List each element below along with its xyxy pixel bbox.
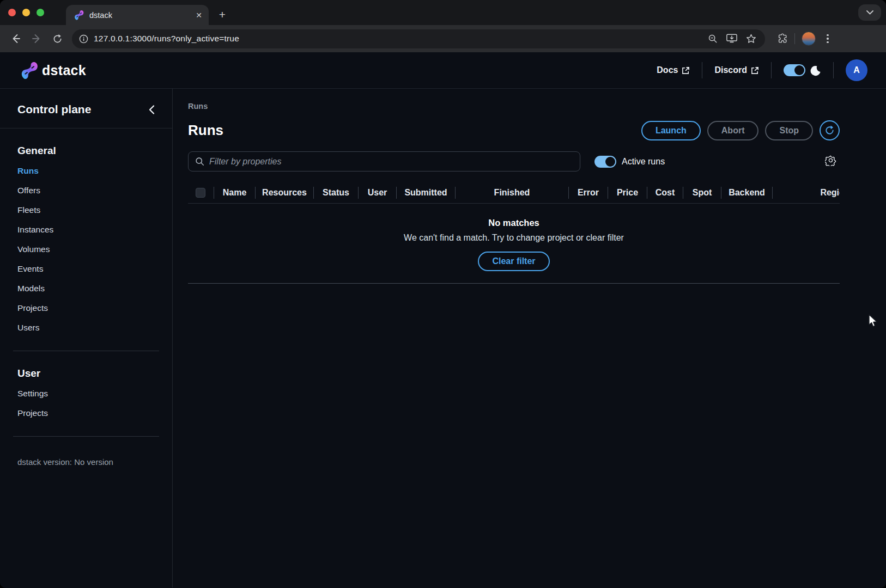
- sidebar-item-offers[interactable]: Offers: [17, 181, 155, 200]
- external-link-icon: [751, 66, 759, 75]
- moon-icon: [810, 65, 821, 76]
- version-text: dstack version: No version: [17, 457, 155, 467]
- zoom-icon[interactable]: [708, 34, 718, 44]
- sidebar-divider: [13, 351, 159, 351]
- column-header-status[interactable]: Status: [313, 187, 358, 199]
- sidebar-section-user: User: [17, 367, 155, 379]
- filter-input-box[interactable]: [188, 151, 580, 171]
- column-header-spot[interactable]: Spot: [683, 187, 721, 199]
- select-all-cell: [188, 187, 214, 199]
- discord-link[interactable]: Discord: [714, 65, 759, 75]
- chevron-down-icon: [866, 10, 873, 15]
- user-avatar[interactable]: A: [846, 59, 867, 81]
- sidebar-item-runs[interactable]: Runs: [17, 161, 155, 181]
- app-header: dstack Docs Discord A: [0, 52, 886, 89]
- theme-toggle-switch[interactable]: [784, 64, 805, 76]
- column-header-error[interactable]: Error: [568, 187, 608, 199]
- column-header-region[interactable]: Region: [772, 187, 840, 199]
- dstack-logo-icon: [20, 61, 38, 79]
- sidebar-title: Control plane: [17, 103, 91, 116]
- address-bar[interactable]: 127.0.0.1:3000/runs?only_active=true: [72, 29, 765, 48]
- active-runs-label: Active runs: [622, 157, 665, 167]
- browser-menu-button[interactable]: [822, 34, 833, 44]
- close-tab-icon[interactable]: ✕: [196, 11, 202, 20]
- sidebar-item-user-projects[interactable]: Projects: [17, 403, 155, 423]
- column-header-submitted[interactable]: Submitted: [396, 187, 455, 199]
- gear-icon: [825, 155, 836, 166]
- sidebar-item-volumes[interactable]: Volumes: [17, 240, 155, 259]
- collapse-sidebar-icon[interactable]: [149, 105, 155, 114]
- discord-label: Discord: [714, 65, 747, 75]
- sidebar-item-fleets[interactable]: Fleets: [17, 200, 155, 220]
- dstack-brand[interactable]: dstack: [20, 61, 86, 79]
- column-header-resources[interactable]: Resources: [255, 187, 313, 199]
- refresh-button[interactable]: [820, 120, 840, 140]
- column-header-backend[interactable]: Backend: [721, 187, 772, 199]
- header-divider: [771, 62, 772, 78]
- sidebar: Control plane General Runs Offers Fleets…: [0, 89, 173, 587]
- tab-title: dstack: [89, 11, 190, 20]
- filter-input[interactable]: [209, 157, 573, 167]
- dstack-favicon: [74, 10, 84, 20]
- select-all-checkbox[interactable]: [196, 188, 205, 198]
- runs-table-header: Name Resources Status User Submitted Fin…: [188, 182, 840, 204]
- docs-label: Docs: [657, 65, 678, 75]
- breadcrumb[interactable]: Runs: [188, 102, 840, 111]
- table-settings-button[interactable]: [825, 155, 836, 168]
- back-button[interactable]: [7, 29, 25, 48]
- docs-link[interactable]: Docs: [657, 65, 690, 75]
- header-divider: [833, 62, 834, 78]
- external-link-icon: [682, 66, 690, 75]
- window-controls: [0, 0, 54, 25]
- reload-button[interactable]: [48, 29, 66, 48]
- theme-toggle[interactable]: [784, 64, 821, 76]
- stop-button[interactable]: Stop: [765, 121, 813, 140]
- refresh-icon: [824, 125, 835, 136]
- empty-state-title: No matches: [188, 218, 840, 228]
- column-header-price[interactable]: Price: [608, 187, 647, 199]
- forward-button[interactable]: [27, 29, 46, 48]
- browser-profile-avatar[interactable]: [802, 32, 816, 46]
- mouse-cursor: [868, 314, 879, 330]
- active-runs-toggle-group: Active runs: [594, 156, 665, 168]
- header-divider: [702, 62, 702, 78]
- url-text[interactable]: 127.0.0.1:3000/runs?only_active=true: [94, 34, 702, 44]
- content-bottom-divider: [188, 283, 840, 284]
- sidebar-section-general: General: [17, 145, 155, 157]
- sidebar-divider: [13, 436, 159, 437]
- clear-filter-button[interactable]: Clear filter: [478, 252, 549, 271]
- sidebar-item-instances[interactable]: Instances: [17, 220, 155, 240]
- fullscreen-window-button[interactable]: [37, 9, 44, 16]
- bookmark-star-icon[interactable]: [746, 34, 756, 44]
- tab-search-button[interactable]: [858, 4, 881, 21]
- install-app-icon[interactable]: [726, 34, 737, 44]
- sidebar-item-users[interactable]: Users: [17, 318, 155, 338]
- minimize-window-button[interactable]: [22, 9, 30, 16]
- site-info-icon[interactable]: [79, 34, 88, 44]
- tab-strip: dstack ✕ +: [0, 0, 886, 25]
- brand-name: dstack: [42, 63, 86, 78]
- search-icon: [195, 157, 204, 166]
- run-actions: Launch Abort Stop: [641, 120, 840, 140]
- column-header-finished[interactable]: Finished: [455, 187, 568, 199]
- sidebar-item-events[interactable]: Events: [17, 259, 155, 279]
- sidebar-item-models[interactable]: Models: [17, 279, 155, 298]
- extensions-icon[interactable]: [777, 33, 788, 44]
- back-arrow-icon: [10, 33, 21, 44]
- sidebar-item-projects[interactable]: Projects: [17, 298, 155, 318]
- new-tab-button[interactable]: +: [214, 7, 230, 23]
- launch-button[interactable]: Launch: [641, 121, 701, 140]
- reload-icon: [52, 34, 63, 44]
- browser-tab[interactable]: dstack ✕: [66, 5, 209, 25]
- active-runs-toggle[interactable]: [594, 156, 616, 168]
- main-content: Runs Runs Launch Abort Stop: [173, 89, 886, 587]
- sidebar-item-settings[interactable]: Settings: [17, 384, 155, 403]
- abort-button[interactable]: Abort: [707, 121, 759, 140]
- forward-arrow-icon: [31, 33, 42, 44]
- column-header-cost[interactable]: Cost: [647, 187, 683, 199]
- empty-state: No matches We can't find a match. Try to…: [188, 204, 840, 271]
- browser-toolbar: 127.0.0.1:3000/runs?only_active=true: [0, 25, 886, 52]
- column-header-user[interactable]: User: [358, 187, 396, 199]
- column-header-name[interactable]: Name: [214, 187, 255, 199]
- close-window-button[interactable]: [8, 9, 16, 16]
